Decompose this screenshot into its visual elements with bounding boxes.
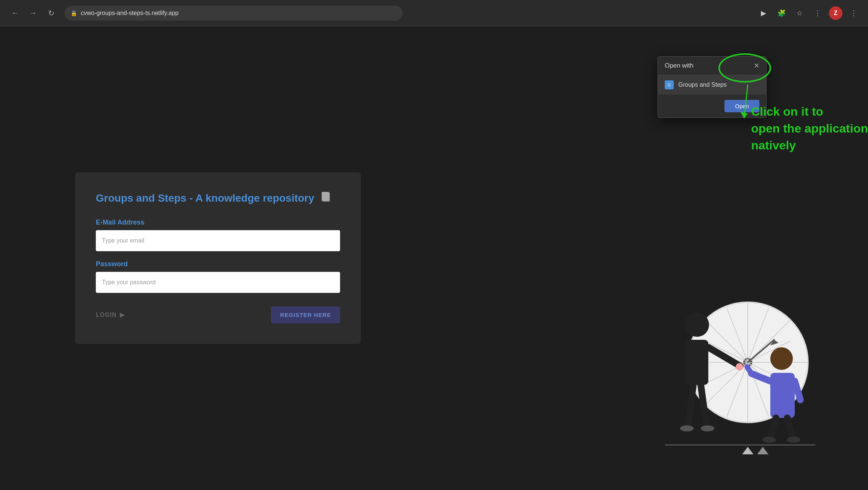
- svg-marker-34: [757, 447, 768, 454]
- profile-avatar[interactable]: Z: [829, 6, 842, 20]
- open-with-popup: Open with ✕ G Groups and Steps Open: [658, 56, 767, 118]
- svg-line-19: [688, 385, 693, 426]
- address-bar[interactable]: 🔒 cvwo-groups-and-steps-ts.netlify.app: [65, 6, 403, 21]
- app-title: Groups and Steps - A knowledge repositor…: [96, 191, 340, 205]
- toolbar-right: ▶ 🧩 ☆ ⋮ Z ⋮: [757, 6, 860, 20]
- popup-app-row: G Groups and Steps: [658, 75, 766, 95]
- svg-line-29: [787, 418, 793, 437]
- login-card: Groups and Steps - A knowledge repositor…: [75, 172, 361, 344]
- lock-icon: 🔒: [71, 10, 77, 16]
- password-input[interactable]: [96, 272, 340, 293]
- svg-point-22: [701, 425, 714, 431]
- profile-apps-icon[interactable]: ⋮: [811, 6, 824, 20]
- svg-rect-25: [770, 373, 795, 418]
- password-label: Password: [96, 260, 340, 268]
- reload-button[interactable]: ↻: [44, 6, 59, 21]
- main-content: Groups and Steps - A knowledge repositor…: [0, 26, 868, 490]
- popup-title: Open with: [665, 62, 694, 69]
- svg-point-24: [770, 347, 793, 370]
- back-button[interactable]: ←: [8, 6, 23, 21]
- svg-point-15: [685, 313, 709, 337]
- cast-icon[interactable]: ▶: [757, 6, 770, 20]
- app-icon: G: [665, 80, 674, 89]
- app-name-label: Groups and Steps: [678, 81, 727, 88]
- nav-buttons: ← → ↻: [8, 6, 59, 21]
- svg-marker-33: [742, 447, 753, 454]
- annotation-text: Click on it to open the application nati…: [751, 103, 868, 154]
- svg-point-21: [680, 425, 694, 431]
- login-button[interactable]: LOGIN ▶: [96, 311, 125, 318]
- popup-header: Open with ✕: [658, 57, 766, 75]
- svg-rect-1: [322, 192, 329, 201]
- email-label: E-Mail Address: [96, 219, 340, 226]
- form-actions: LOGIN ▶ REGISTER HERE: [96, 306, 340, 323]
- email-input[interactable]: [96, 230, 340, 251]
- svg-line-32: [747, 367, 752, 374]
- illustration: [643, 250, 838, 467]
- svg-point-31: [787, 437, 800, 443]
- url-text: cvwo-groups-and-steps-ts.netlify.app: [81, 10, 178, 17]
- arrow-icon: ▶: [120, 311, 125, 318]
- forward-button[interactable]: →: [26, 6, 41, 21]
- popup-footer: Open: [658, 95, 766, 118]
- open-button[interactable]: Open: [724, 100, 759, 112]
- svg-point-30: [762, 437, 776, 443]
- browser-chrome: ← → ↻ 🔒 cvwo-groups-and-steps-ts.netlify…: [0, 0, 868, 26]
- bookmark-icon[interactable]: ☆: [793, 6, 806, 20]
- svg-line-28: [770, 418, 776, 437]
- svg-point-23: [736, 363, 743, 371]
- menu-icon[interactable]: ⋮: [847, 6, 860, 20]
- extensions-icon[interactable]: 🧩: [775, 6, 788, 20]
- popup-close-button[interactable]: ✕: [754, 62, 759, 69]
- register-button[interactable]: REGISTER HERE: [271, 306, 340, 323]
